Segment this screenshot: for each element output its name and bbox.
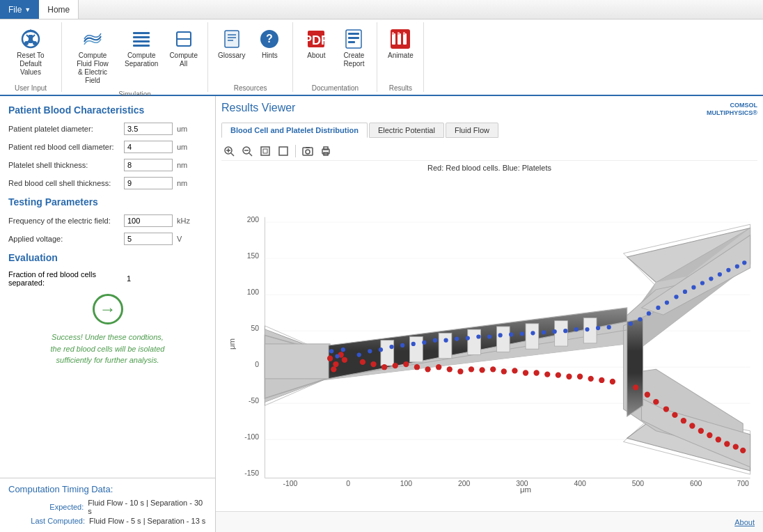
voltage-input[interactable] — [124, 233, 173, 245]
fraction-value: 1 — [127, 274, 131, 283]
svg-point-126 — [645, 391, 650, 397]
rbc-diameter-input[interactable] — [124, 141, 173, 153]
frequency-row: Frequency of the electric field: kHz — [8, 214, 207, 227]
svg-point-165 — [629, 321, 633, 325]
resources-group-label: Resources — [234, 81, 267, 92]
svg-text:50: 50 — [251, 324, 260, 332]
animate-button[interactable]: Animate — [383, 25, 418, 63]
svg-text:-150: -150 — [244, 469, 259, 477]
svg-rect-94 — [555, 320, 568, 345]
ribbon: Reset To Default Values User Input Compu… — [0, 19, 763, 96]
svg-point-112 — [479, 367, 485, 373]
svg-line-34 — [249, 153, 252, 156]
svg-rect-88 — [381, 340, 394, 365]
result-tabs: Blood Cell and Platelet Distribution Ele… — [221, 123, 757, 138]
glossary-button[interactable]: Glossary — [214, 25, 249, 63]
tab-blood-cell[interactable]: Blood Cell and Platelet Distribution — [221, 123, 368, 138]
chart-toolbar — [221, 142, 757, 161]
platelet-shell-input[interactable] — [124, 159, 173, 171]
results-title-bar: Results Viewer COMSOL MULTIPHYSICS® — [221, 102, 757, 117]
svg-point-132 — [698, 428, 704, 433]
zoom-extents-icon[interactable] — [258, 143, 273, 159]
svg-text:-100: -100 — [283, 479, 297, 487]
platelet-shell-row: Platelet shell thickness: nm — [8, 159, 207, 171]
svg-point-147 — [422, 340, 426, 344]
svg-point-118 — [544, 371, 550, 377]
screenshot-icon[interactable] — [300, 143, 315, 159]
results-viewer-title: Results Viewer — [221, 102, 295, 114]
ribbon-buttons-user-input: Reset To Default Values — [6, 22, 56, 81]
ribbon-group-results: Animate Results — [377, 22, 424, 92]
reset-label: Reset To Default Values — [10, 52, 52, 77]
create-report-label: CreateReport — [343, 52, 364, 68]
svg-point-143 — [379, 347, 383, 352]
chart-title: Red: Red blood cells. Blue: Platelets — [221, 164, 757, 172]
svg-point-120 — [566, 373, 572, 379]
file-tab[interactable]: File ▼ — [0, 0, 39, 19]
about-footer-link[interactable]: About — [734, 518, 755, 526]
compute-all-button[interactable]: ComputeAll — [165, 25, 202, 71]
svg-point-168 — [656, 305, 660, 309]
svg-point-152 — [476, 334, 480, 338]
svg-point-162 — [585, 327, 589, 331]
svg-point-156 — [520, 331, 524, 336]
glossary-label: Glossary — [218, 52, 245, 60]
rbc-shell-unit: nm — [177, 179, 196, 187]
svg-point-40 — [306, 150, 310, 154]
timing-last-row: Last Computed: Fluid Flow - 5 s | Separa… — [8, 517, 207, 525]
svg-text:600: 600 — [690, 479, 702, 487]
svg-rect-23 — [392, 33, 395, 45]
svg-point-136 — [733, 444, 739, 449]
tab-fluid-label: Fluid Flow — [455, 126, 489, 134]
results-group-label: Results — [389, 81, 412, 92]
svg-point-170 — [674, 295, 678, 299]
svg-rect-43 — [324, 147, 328, 150]
compute-sep-button[interactable]: ComputeSeparation — [120, 25, 162, 71]
svg-point-171 — [683, 289, 687, 293]
about-doc-button[interactable]: PDF About — [299, 25, 333, 63]
tab-electric-potential[interactable]: Electric Potential — [369, 123, 444, 138]
rbc-shell-label: Red blood cell shell thickness: — [8, 179, 120, 187]
frequency-input[interactable] — [124, 214, 173, 227]
glossary-icon — [221, 28, 243, 50]
content-area: Patient Blood Characteristics Patient pl… — [0, 96, 763, 532]
platelet-diameter-input[interactable] — [124, 123, 173, 135]
svg-point-137 — [740, 447, 746, 453]
svg-point-146 — [411, 341, 416, 345]
pan-icon[interactable] — [276, 143, 291, 159]
svg-text:200: 200 — [458, 479, 471, 487]
create-report-button[interactable]: CreateReport — [336, 25, 371, 71]
svg-point-164 — [607, 324, 611, 329]
svg-text:300: 300 — [516, 479, 528, 487]
compute-arrow-button[interactable]: → — [93, 294, 123, 324]
svg-rect-4 — [133, 32, 150, 34]
tab-fluid-flow[interactable]: Fluid Flow — [446, 123, 498, 138]
svg-rect-93 — [526, 323, 539, 348]
zoom-out-icon[interactable] — [239, 143, 255, 159]
compute-sep-icon — [130, 28, 152, 50]
voltage-row: Applied voltage: V — [8, 233, 207, 245]
svg-point-108 — [436, 364, 441, 370]
svg-point-125 — [633, 384, 638, 390]
home-tab[interactable]: Home — [39, 0, 79, 19]
rbc-diameter-unit: um — [177, 143, 196, 151]
svg-point-134 — [716, 437, 721, 442]
svg-point-116 — [523, 370, 528, 375]
svg-point-111 — [469, 366, 474, 372]
rbc-shell-row: Red blood cell shell thickness: nm — [8, 177, 207, 189]
app-wrapper: File ▼ Home — [0, 0, 763, 532]
compute-fluid-label: Compute Fluid Flow& Electric Field — [72, 52, 113, 85]
frequency-label: Frequency of the electric field: — [8, 217, 120, 225]
svg-point-104 — [393, 363, 398, 368]
compute-fluid-button[interactable]: Compute Fluid Flow& Electric Field — [68, 25, 118, 88]
hints-button[interactable]: ? Hints — [252, 25, 287, 63]
zoom-in-icon[interactable] — [221, 143, 237, 159]
print-icon[interactable] — [318, 143, 333, 159]
rbc-shell-input[interactable] — [124, 177, 173, 189]
timing-title: Computation Timing Data: — [8, 484, 207, 494]
reset-button[interactable]: Reset To Default Values — [6, 25, 56, 79]
documentation-group-label: Documentation — [312, 81, 359, 92]
svg-text:500: 500 — [632, 479, 645, 487]
svg-point-148 — [433, 338, 437, 342]
compute-all-icon — [173, 28, 195, 50]
